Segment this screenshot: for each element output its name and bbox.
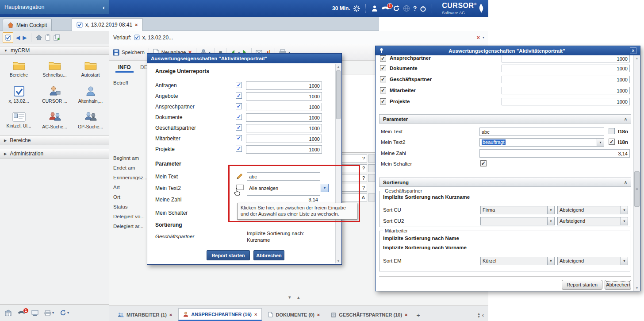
mein-text2-dropdown-button[interactable]: ▼ bbox=[321, 184, 329, 192]
scrollbar-thumb[interactable]: ≡ bbox=[634, 171, 640, 207]
dialog-scrollbar[interactable]: ▲ ▼ bbox=[335, 64, 341, 263]
power-icon[interactable] bbox=[420, 5, 426, 12]
add-subtab-button[interactable]: + bbox=[414, 312, 423, 321]
history-dropdown-icon[interactable]: ▾ bbox=[483, 35, 484, 39]
subreport-limit-input[interactable] bbox=[502, 55, 630, 62]
subtab-ansprechpartner[interactable]: ANSPRECHPARTNER (16) × bbox=[178, 308, 262, 321]
company-icon[interactable] bbox=[4, 309, 12, 316]
history-clear-icon[interactable]: × bbox=[476, 34, 480, 41]
i18n-checkbox[interactable] bbox=[609, 128, 615, 134]
subreport-checkbox[interactable]: ✓ bbox=[380, 76, 386, 82]
monitor-icon[interactable] bbox=[31, 310, 38, 316]
form-field-fragment[interactable]: ? bbox=[341, 174, 367, 182]
copy-add-icon[interactable] bbox=[54, 34, 60, 41]
printer-icon[interactable] bbox=[44, 310, 51, 316]
sidebar-collapse-icon[interactable]: ‹ bbox=[103, 4, 105, 11]
section-parameter-header[interactable]: Parameter ∧ bbox=[379, 114, 631, 124]
subreport-limit-input[interactable] bbox=[246, 113, 322, 122]
report-start-button[interactable]: Report starten bbox=[207, 250, 250, 260]
mein-text-input[interactable] bbox=[479, 128, 604, 136]
form-field-fragment[interactable]: ? bbox=[341, 164, 367, 172]
section-administration[interactable]: ▶ Administration bbox=[0, 149, 109, 159]
subtab-close-icon[interactable]: × bbox=[405, 312, 407, 317]
subreport-checkbox[interactable]: ✓ bbox=[236, 93, 242, 99]
subreport-checkbox[interactable]: ✓ bbox=[236, 82, 242, 88]
shortcut-ac-search[interactable]: AC-Suche... bbox=[37, 107, 73, 133]
subreport-checkbox[interactable]: ✓ bbox=[236, 114, 242, 120]
save-icon[interactable] bbox=[113, 49, 119, 56]
german-flag-icon[interactable] bbox=[236, 185, 244, 190]
tab-activity[interactable]: x, 13.02.2019 08:41 × bbox=[72, 18, 143, 31]
collapse-icon[interactable]: ∧ bbox=[624, 180, 627, 185]
dropdown-icon[interactable]: ▾ bbox=[52, 311, 54, 315]
subreport-limit-input[interactable] bbox=[502, 76, 630, 83]
scroll-up-icon[interactable]: ▲ bbox=[336, 65, 341, 68]
pin-icon[interactable] bbox=[379, 48, 384, 54]
subtab-close-icon[interactable]: × bbox=[317, 312, 320, 317]
subreport-limit-input[interactable] bbox=[246, 92, 322, 101]
subreport-limit-input[interactable] bbox=[246, 135, 322, 143]
current-entity-button[interactable] bbox=[3, 32, 13, 43]
dialog-scrollbar[interactable]: ▲ ▼ ≡ bbox=[633, 55, 640, 291]
combo-dropdown-icon[interactable]: ▼ bbox=[597, 139, 604, 146]
sort-cu-combo[interactable]: Firma ▼ bbox=[480, 206, 555, 214]
subtab-geschaeftspartner[interactable]: GESCHÄFTSPARTNER (10) × bbox=[326, 308, 412, 321]
home-button-icon[interactable] bbox=[36, 35, 42, 40]
sort-em-combo[interactable]: Kürzel ▼ bbox=[480, 257, 555, 265]
refresh-icon[interactable] bbox=[393, 5, 400, 12]
subtab-close-icon[interactable]: × bbox=[169, 312, 172, 317]
mein-schalter-checkbox[interactable]: ✓ bbox=[480, 160, 487, 166]
tab-mein-cockpit[interactable]: Mein Cockpit bbox=[3, 19, 52, 31]
sort-cu2-direction-combo[interactable]: Aufsteigend ▼ bbox=[557, 217, 628, 225]
history-entry[interactable]: x, 13.02.20... bbox=[142, 35, 173, 41]
subtable-collapse-icon[interactable]: ‹ bbox=[481, 312, 485, 321]
subtab-close-icon[interactable]: × bbox=[254, 312, 257, 317]
scroll-up-icon[interactable]: ▲ bbox=[634, 57, 640, 60]
shortcut-activity[interactable]: x, 13.02... bbox=[1, 81, 37, 107]
shortcut-contact[interactable]: Altenhain,... bbox=[73, 81, 108, 107]
section-bereiche[interactable]: ▶ Bereiche bbox=[0, 135, 109, 145]
sort-cu2-combo[interactable]: ▼ bbox=[480, 217, 555, 225]
sort-em-direction-combo[interactable]: Absteigend ▼ bbox=[557, 257, 628, 265]
subreport-limit-input[interactable] bbox=[502, 65, 630, 72]
section-sortierung-header[interactable]: Sortierung ∧ bbox=[379, 178, 631, 187]
meine-zahl-input[interactable] bbox=[479, 149, 630, 158]
mein-text-input[interactable] bbox=[247, 172, 320, 181]
phone-icon[interactable]: 1 bbox=[381, 5, 390, 12]
splitter-collapse-icon[interactable]: ▾ bbox=[288, 294, 291, 300]
shortcut-autostart[interactable]: Autostart bbox=[73, 56, 108, 81]
clipboard-icon[interactable] bbox=[45, 34, 51, 41]
subreport-checkbox[interactable]: ✓ bbox=[236, 146, 242, 152]
shortcut-bereiche[interactable]: Bereiche bbox=[1, 56, 37, 81]
mein-text2-combo[interactable]: beauftragt ▼ bbox=[479, 138, 604, 147]
form-tab-info[interactable]: INFO bbox=[115, 63, 134, 73]
subreport-limit-input[interactable] bbox=[502, 87, 630, 94]
tab-close-icon[interactable]: × bbox=[135, 22, 138, 27]
subreport-checkbox[interactable]: ✓ bbox=[236, 124, 242, 131]
subtab-dokumente[interactable]: DOKUMENTE (0) × bbox=[263, 308, 325, 321]
subtab-mitarbeiter[interactable]: MITARBEITER (1) × bbox=[113, 308, 177, 321]
subreport-checkbox[interactable]: ✓ bbox=[236, 135, 242, 141]
field-button[interactable] bbox=[368, 155, 375, 162]
subreport-checkbox[interactable]: ✓ bbox=[380, 87, 386, 93]
form-field-fragment[interactable]: ? bbox=[341, 155, 367, 162]
report-start-button[interactable]: Report starten bbox=[562, 280, 602, 290]
dialog-titlebar[interactable]: Auswertungseigenschaften "Aktivitätenpor… bbox=[376, 46, 640, 55]
combo-dropdown-icon[interactable]: ▼ bbox=[547, 206, 554, 214]
shortcut-gp-search[interactable]: GP-Suche... bbox=[73, 107, 108, 133]
dialog-titlebar[interactable]: Auswertungseigenschaften "Aktivitätenpor… bbox=[147, 54, 341, 63]
shortcut-contact-card[interactable]: Kintzel, Ul... bbox=[1, 107, 37, 133]
splitter-expand-icon[interactable]: ▴ bbox=[297, 294, 300, 300]
combo-dropdown-icon[interactable]: ▼ bbox=[547, 257, 554, 265]
combo-dropdown-icon[interactable]: ▼ bbox=[621, 206, 628, 214]
pencil-icon[interactable] bbox=[236, 173, 243, 180]
combo-dropdown-icon[interactable]: ▼ bbox=[621, 217, 628, 225]
subreport-checkbox[interactable]: ✓ bbox=[236, 103, 242, 109]
refresh-icon[interactable] bbox=[60, 309, 66, 316]
field-button[interactable] bbox=[368, 193, 375, 201]
scroll-down-icon[interactable]: ▼ bbox=[336, 259, 341, 263]
nav-back-icon[interactable]: ◀ bbox=[16, 35, 20, 41]
subreport-checkbox[interactable]: ✓ bbox=[380, 98, 386, 104]
subreport-limit-input[interactable] bbox=[502, 98, 630, 105]
shortcut-schnellsuche[interactable]: Schnellsu... bbox=[37, 56, 73, 81]
